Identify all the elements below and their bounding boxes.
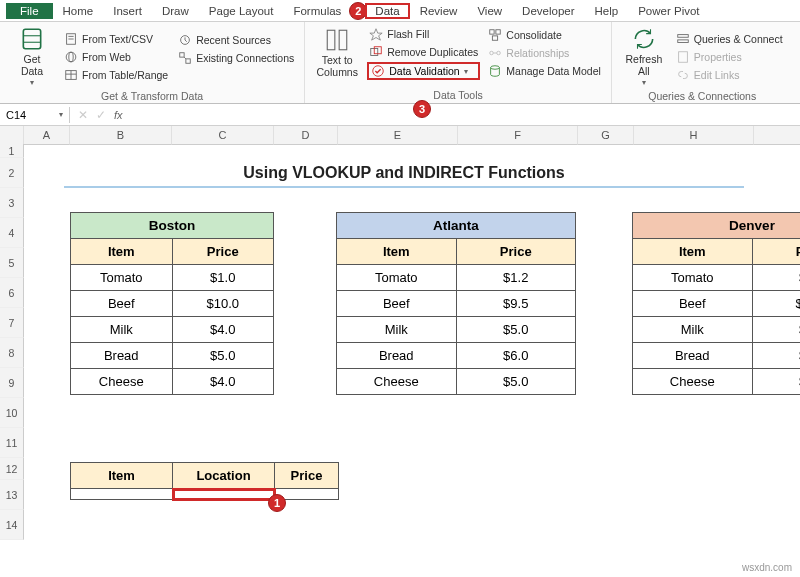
menu-developer[interactable]: Developer xyxy=(512,3,584,19)
select-all-corner[interactable] xyxy=(0,126,24,145)
manage-data-model-button[interactable]: Manage Data Model xyxy=(486,63,603,79)
properties-button[interactable]: Properties xyxy=(674,49,785,65)
row-header[interactable]: 13 xyxy=(0,480,24,510)
table-row[interactable]: Milk$4.0 xyxy=(71,317,274,343)
menu-formulas[interactable]: Formulas xyxy=(283,3,351,19)
table-row[interactable]: Beef$15.0 xyxy=(633,291,801,317)
row-header[interactable]: 14 xyxy=(0,510,24,540)
consolidate-button[interactable]: Consolidate xyxy=(486,27,603,43)
table-row[interactable]: Milk$8.0 xyxy=(633,317,801,343)
menu-help[interactable]: Help xyxy=(585,3,629,19)
data-validation-button[interactable]: Data Validation ▾ xyxy=(367,62,480,80)
svg-rect-22 xyxy=(496,30,500,34)
row-headers: 1 2 3 4 5 6 7 8 9 10 11 12 13 14 xyxy=(0,144,24,540)
table-row[interactable]: Cheese$6.0 xyxy=(633,369,801,395)
properties-icon xyxy=(676,50,690,64)
watermark: wsxdn.com xyxy=(742,562,792,573)
row-header[interactable]: 12 xyxy=(0,458,24,480)
menu-insert[interactable]: Insert xyxy=(103,3,152,19)
svg-point-25 xyxy=(497,51,501,55)
name-box[interactable]: C14▾ xyxy=(0,107,70,123)
table-row[interactable]: Beef$10.0 xyxy=(71,291,274,317)
text-to-columns-button[interactable]: Text to Columns xyxy=(313,26,361,80)
row-header[interactable]: 10 xyxy=(0,398,24,428)
queries-icon xyxy=(676,32,690,46)
col-header[interactable]: E xyxy=(338,126,458,145)
menu-page-layout[interactable]: Page Layout xyxy=(199,3,284,19)
table-row[interactable]: Cheese$4.0 xyxy=(71,369,274,395)
table-title: Denver xyxy=(633,213,801,239)
menu-power-pivot[interactable]: Power Pivot xyxy=(628,3,709,19)
col-header[interactable]: A xyxy=(24,126,70,145)
svg-rect-30 xyxy=(678,52,687,63)
svg-rect-21 xyxy=(490,30,494,34)
cell-c14-selected[interactable] xyxy=(173,489,275,500)
col-header[interactable]: D xyxy=(274,126,338,145)
table-row[interactable]: Milk$5.0 xyxy=(337,317,576,343)
row-header[interactable]: 8 xyxy=(0,338,24,368)
row-header[interactable]: 7 xyxy=(0,308,24,338)
menu-draw[interactable]: Draw xyxy=(152,3,199,19)
table-row[interactable]: Bread$9.0 xyxy=(633,343,801,369)
badge-3: 3 xyxy=(413,100,431,118)
chevron-down-icon[interactable]: ▾ xyxy=(464,67,468,76)
row-header[interactable]: 6 xyxy=(0,278,24,308)
table-row[interactable]: Bread$5.0 xyxy=(71,343,274,369)
existing-connections-button[interactable]: Existing Connections xyxy=(176,50,296,66)
lookup-table: Item Location Price xyxy=(70,462,339,500)
table-title: Atlanta xyxy=(337,213,576,239)
svg-rect-12 xyxy=(180,53,184,57)
relationships-button[interactable]: Relationships xyxy=(486,45,603,61)
enter-icon[interactable]: ✓ xyxy=(96,108,106,122)
lookup-header-price: Price xyxy=(275,463,339,489)
recent-sources-button[interactable]: Recent Sources xyxy=(176,32,296,48)
fx-button[interactable]: fx xyxy=(114,109,123,121)
table-row[interactable]: Tomato$1.2 xyxy=(337,265,576,291)
row-header[interactable]: 4 xyxy=(0,218,24,248)
file-text-icon xyxy=(64,32,78,46)
col-header[interactable]: I xyxy=(754,126,800,145)
table-row[interactable]: Tomato$2.0 xyxy=(633,265,801,291)
from-text-csv-button[interactable]: From Text/CSV xyxy=(62,31,170,47)
cancel-icon[interactable]: ✕ xyxy=(78,108,88,122)
table-icon xyxy=(64,68,78,82)
table-atlanta: Atlanta ItemPrice Tomato$1.2 Beef$9.5 Mi… xyxy=(336,212,576,395)
menu-review[interactable]: Review xyxy=(410,3,468,19)
cell-area[interactable]: Using VLOOKUP and INDIRECT Functions Bos… xyxy=(24,144,800,540)
row-header[interactable]: 9 xyxy=(0,368,24,398)
from-table-range-button[interactable]: From Table/Range xyxy=(62,67,170,83)
col-header[interactable]: H xyxy=(634,126,754,145)
get-data-button[interactable]: Get Data▾ xyxy=(8,26,56,88)
svg-rect-28 xyxy=(678,35,689,38)
menu-data[interactable]: Data xyxy=(365,3,409,19)
row-header[interactable]: 2 xyxy=(0,158,24,188)
row-header[interactable]: 11 xyxy=(0,428,24,458)
refresh-all-button[interactable]: Refresh All▾ xyxy=(620,26,668,88)
col-item: Item xyxy=(633,239,753,265)
table-row[interactable]: Cheese$5.0 xyxy=(337,369,576,395)
cell-b14[interactable] xyxy=(71,489,173,500)
menu-file[interactable]: File xyxy=(6,3,53,19)
col-item: Item xyxy=(337,239,457,265)
table-row[interactable]: Tomato$1.0 xyxy=(71,265,274,291)
flash-fill-button[interactable]: Flash Fill xyxy=(367,26,480,42)
row-header[interactable]: 5 xyxy=(0,248,24,278)
row-header[interactable]: 3 xyxy=(0,188,24,218)
menu-view[interactable]: View xyxy=(467,3,512,19)
col-header[interactable]: G xyxy=(578,126,634,145)
col-header[interactable]: B xyxy=(70,126,172,145)
row-header[interactable]: 1 xyxy=(0,144,24,158)
from-web-button[interactable]: From Web xyxy=(62,49,170,65)
table-row[interactable]: Bread$6.0 xyxy=(337,343,576,369)
menu-home[interactable]: Home xyxy=(53,3,104,19)
edit-links-button[interactable]: Edit Links xyxy=(674,67,785,83)
remove-duplicates-button[interactable]: Remove Duplicates xyxy=(367,44,480,60)
col-header[interactable]: F xyxy=(458,126,578,145)
col-header[interactable]: C xyxy=(172,126,274,145)
refresh-icon xyxy=(631,26,657,52)
group-queries: Refresh All▾ Queries & Connect Propertie… xyxy=(612,22,793,103)
queries-connections-button[interactable]: Queries & Connect xyxy=(674,31,785,47)
table-row[interactable]: Beef$9.5 xyxy=(337,291,576,317)
col-price: Price xyxy=(172,239,274,265)
svg-point-27 xyxy=(491,66,500,70)
